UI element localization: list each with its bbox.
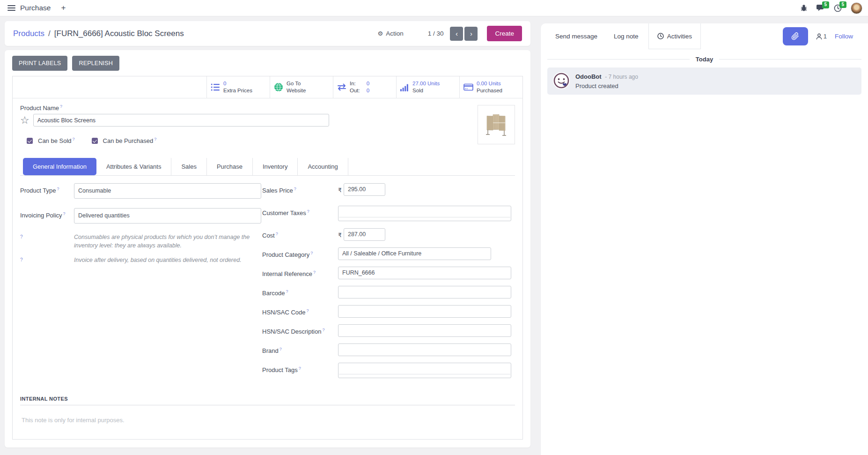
send-message-button[interactable]: Send message xyxy=(555,23,597,49)
globe-icon xyxy=(274,82,283,92)
help-mark: ? xyxy=(60,104,62,109)
pager-next-button[interactable]: › xyxy=(464,27,478,41)
bar-chart-icon xyxy=(400,83,409,91)
stat-go-to-website[interactable]: Go To Website xyxy=(270,76,333,98)
hsn-sac-description-label: HSN/SAC Description? xyxy=(262,324,338,337)
credit-card-icon xyxy=(463,83,473,91)
pager-previous-button[interactable]: ‹ xyxy=(450,27,463,41)
brand-label: Brand? xyxy=(262,343,338,356)
main-panel: Products / [FURN_6666] Acoustic Bloc Scr… xyxy=(5,21,530,448)
cost-label: Cost? xyxy=(262,228,338,241)
hsn-sac-code-input[interactable] xyxy=(338,305,511,318)
print-labels-button[interactable]: PRINT LABELS xyxy=(12,56,67,71)
chatter-header: Send message Log note Activities 1 Follo… xyxy=(541,23,868,49)
brand-input[interactable] xyxy=(338,343,511,356)
barcode-input[interactable] xyxy=(338,286,511,298)
stat-button-row: 0 Extra Prices Go To Website xyxy=(13,76,522,98)
message-timestamp: - 7 hours ago xyxy=(605,74,638,80)
product-tags-input[interactable] xyxy=(338,363,511,378)
sheet-body: Product Name? ☆ Can be Sold? Can be Purc… xyxy=(13,98,522,449)
log-note-button[interactable]: Log note xyxy=(614,23,639,49)
favorite-star-icon[interactable]: ☆ xyxy=(20,115,29,126)
tab-accounting[interactable]: Accounting xyxy=(298,158,348,175)
tab-purchase[interactable]: Purchase xyxy=(207,158,253,175)
product-type-help: ? Consumables are physical products for … xyxy=(20,233,262,251)
internal-notes-editor[interactable]: This note is only for internal purposes. xyxy=(20,417,515,449)
product-category-label: Product Category? xyxy=(262,247,338,260)
checkbox-checked-icon xyxy=(27,138,33,144)
breadcrumb-separator: / xyxy=(48,29,51,38)
app-menu-purchase[interactable]: Purchase xyxy=(20,4,51,12)
chatter-header-right: 1 Follow xyxy=(783,23,868,49)
product-name-label: Product Name? xyxy=(20,104,515,112)
activities-count-badge: 5 xyxy=(839,1,846,8)
debug-bug-icon[interactable] xyxy=(800,4,808,12)
user-avatar[interactable] xyxy=(851,2,862,14)
product-form: PRINT LABELS REPLENISH 0 Extra Prices xyxy=(5,50,530,448)
stat-units-sold[interactable]: 27.00 Units Sold xyxy=(396,76,459,98)
hamburger-menu-icon[interactable] xyxy=(7,5,15,11)
stat-units-purchased[interactable]: 0.00 Units Purchased xyxy=(459,76,522,98)
tab-sales[interactable]: Sales xyxy=(171,158,207,175)
record-pager: 1 / 30 xyxy=(428,30,444,37)
hsn-sac-description-input[interactable] xyxy=(338,324,511,337)
chatter-message[interactable]: OdooBot - 7 hours ago Product created xyxy=(547,67,861,95)
form-left-column: Product Type? Invoicing Policy? ? Consum… xyxy=(20,183,262,385)
followers-button[interactable]: 1 xyxy=(816,33,827,40)
can-be-purchased-checkbox[interactable]: Can be Purchased? xyxy=(92,137,157,144)
internal-notes-header: INTERNAL NOTES xyxy=(20,396,515,405)
navbar-right: 5 5 xyxy=(800,2,862,14)
form-header-buttons: PRINT LABELS REPLENISH xyxy=(12,56,523,71)
paperclip-icon xyxy=(791,32,799,40)
message-text: Product created xyxy=(575,82,638,91)
product-name-input[interactable] xyxy=(33,114,329,127)
gear-icon: ⚙ xyxy=(378,30,383,37)
customer-taxes-label: Customer Taxes? xyxy=(262,206,338,221)
action-label: Action xyxy=(386,30,404,37)
invoicing-policy-input[interactable] xyxy=(74,208,261,224)
top-navbar: Purchase + 5 5 xyxy=(0,0,868,16)
breadcrumb-products-link[interactable]: Products xyxy=(13,29,44,38)
follow-button[interactable]: Follow xyxy=(835,33,853,40)
product-type-label: Product Type? xyxy=(20,183,74,199)
hsn-sac-code-label: HSN/SAC Code? xyxy=(262,305,338,318)
messages-icon[interactable]: 5 xyxy=(817,4,825,12)
new-tab-icon[interactable]: + xyxy=(61,3,66,13)
product-category-input[interactable] xyxy=(338,247,491,260)
date-divider: Today xyxy=(547,56,861,63)
control-panel-right: ⚙ Action 1 / 30 ‹ › Create xyxy=(378,26,522,41)
product-tags-label: Product Tags? xyxy=(262,363,338,378)
attach-files-button[interactable] xyxy=(783,27,808,45)
activities-clock-icon[interactable]: 5 xyxy=(834,4,842,12)
checkbox-checked-icon xyxy=(92,138,98,144)
chatter-panel: Send message Log note Activities 1 Follo… xyxy=(541,23,868,455)
internal-reference-input[interactable] xyxy=(338,267,511,279)
breadcrumb-current: [FURN_6666] Acoustic Bloc Screens xyxy=(54,29,184,38)
message-author[interactable]: OdooBot xyxy=(575,73,602,80)
stat-extra-prices[interactable]: 0 Extra Prices xyxy=(206,76,270,98)
internal-notes-section: INTERNAL NOTES This note is only for int… xyxy=(20,396,515,449)
cost-input[interactable] xyxy=(344,228,385,241)
currency-symbol: ₹ xyxy=(338,183,342,196)
replenish-button[interactable]: REPLENISH xyxy=(72,56,119,71)
messages-count-badge: 5 xyxy=(822,1,829,8)
invoicing-policy-label: Invoicing Policy? xyxy=(20,208,74,224)
tab-attributes-variants[interactable]: Attributes & Variants xyxy=(96,158,172,175)
activities-button[interactable]: Activities xyxy=(648,23,701,49)
sales-price-input[interactable] xyxy=(344,183,385,196)
notebook-tabs: General Information Attributes & Variant… xyxy=(20,158,515,176)
tab-inventory[interactable]: Inventory xyxy=(253,158,298,175)
control-panel: Products / [FURN_6666] Acoustic Bloc Scr… xyxy=(5,21,530,46)
stat-in-out[interactable]: In:0 Out:0 xyxy=(333,76,396,98)
form-sheet: 0 Extra Prices Go To Website xyxy=(12,76,523,440)
action-menu-button[interactable]: ⚙ Action xyxy=(378,30,404,37)
customer-taxes-input[interactable] xyxy=(338,206,511,221)
product-type-input[interactable] xyxy=(74,183,261,199)
create-button[interactable]: Create xyxy=(487,26,522,41)
tab-general-information[interactable]: General Information xyxy=(23,158,96,175)
can-be-sold-checkbox[interactable]: Can be Sold? xyxy=(27,137,75,144)
list-icon xyxy=(211,83,220,91)
form-right-column: Sales Price? ₹ Customer Taxes? Cost? ₹ xyxy=(262,183,519,385)
invoicing-policy-help: ? Invoice after delivery, based on quant… xyxy=(20,256,262,265)
product-image[interactable] xyxy=(478,105,515,144)
